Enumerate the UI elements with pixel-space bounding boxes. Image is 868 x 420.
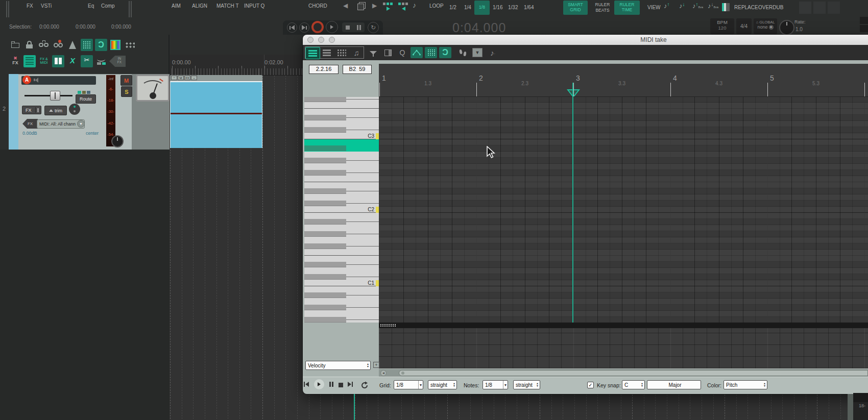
grid-row-F#0[interactable] — [379, 317, 868, 323]
piano-key-F#1[interactable] — [304, 243, 379, 250]
grid-shape-select[interactable]: straight▴▾ — [428, 380, 457, 389]
piano-key-E1[interactable] — [304, 256, 379, 262]
track-name-field[interactable] — [21, 76, 96, 85]
time-signature[interactable]: 4/4 — [736, 18, 752, 34]
color-mode-select[interactable]: Pitch▴▾ — [724, 380, 767, 389]
grid-row-B2[interactable] — [379, 139, 868, 145]
piano-key-D2[interactable] — [304, 194, 379, 201]
lane-divider[interactable] — [379, 323, 868, 328]
volume-readout[interactable]: 0.00dB — [22, 131, 37, 136]
grid-row-B1[interactable] — [379, 213, 868, 219]
grid-row-F3[interactable] — [379, 103, 868, 109]
grid-row-D1[interactable] — [379, 268, 868, 274]
folder-icon[interactable] — [9, 39, 21, 51]
event-list-view-icon[interactable] — [334, 47, 349, 58]
divider-grip[interactable] — [380, 324, 396, 325]
grid-row-A1[interactable] — [379, 225, 868, 231]
piano-key-C#1[interactable] — [304, 274, 379, 280]
grid-row-D#1[interactable] — [379, 262, 868, 268]
grid-row-F2[interactable] — [379, 176, 868, 182]
record-button[interactable] — [311, 21, 324, 33]
piano-key-A#0[interactable] — [304, 292, 379, 299]
grid-row-D3[interactable] — [379, 121, 868, 127]
go-start-button[interactable] — [304, 382, 309, 387]
grid-row-C#2[interactable] — [379, 201, 868, 207]
corner-scrollbar[interactable] — [848, 394, 853, 420]
mute-button[interactable]: M — [120, 75, 132, 86]
grid-row-G2[interactable] — [379, 164, 868, 170]
copy-pages-icon[interactable] — [357, 2, 366, 9]
media-item-header[interactable]: °MFX~ — [170, 75, 262, 81]
key-scale-button[interactable]: Major — [647, 380, 701, 389]
division-1-32[interactable]: 1/32 — [508, 5, 518, 10]
input-fx-icon[interactable]: IN FX — [109, 55, 126, 67]
stop-button[interactable] — [346, 26, 350, 30]
track-color-strip[interactable] — [9, 74, 18, 150]
window-minimize-icon[interactable] — [318, 37, 324, 43]
octave-down-icon[interactable]: ♪↓8va — [708, 2, 721, 14]
add-cc-lane-button[interactable]: + — [373, 362, 379, 368]
note-edit-icon[interactable]: ♪ — [413, 1, 416, 9]
cc-lane[interactable] — [379, 328, 868, 368]
piano-key-G1[interactable] — [304, 237, 379, 243]
piano-key-G0[interactable] — [304, 311, 379, 317]
routing-icon[interactable] — [95, 55, 107, 67]
repeat-button[interactable] — [360, 381, 369, 389]
piano-key-C#3[interactable] — [304, 127, 379, 133]
piano-key-A#2[interactable] — [304, 145, 379, 152]
dock-icon[interactable] — [382, 47, 394, 58]
metronome-icon[interactable] — [66, 39, 79, 51]
track-number[interactable]: 2 — [3, 106, 6, 112]
piano-key-G2[interactable] — [304, 164, 379, 170]
scrollbar-thumb[interactable] — [399, 370, 868, 376]
footsteps-icon[interactable] — [456, 47, 469, 58]
grid-row-C#3[interactable] — [379, 127, 868, 133]
piano-roll-view-icon[interactable] — [722, 3, 730, 11]
scissors-icon[interactable]: ✂ — [81, 55, 93, 67]
nav-left-icon[interactable]: ◀ — [343, 2, 348, 9]
piano-key-D#3[interactable] — [304, 115, 379, 121]
mute-icon[interactable]: M — [178, 76, 184, 80]
piano-key-F2[interactable] — [304, 176, 379, 182]
toolbar-button-chord[interactable]: CHORD — [308, 3, 327, 9]
record-arm-button[interactable]: A — [22, 76, 31, 84]
position-readout[interactable]: 2.2.16 — [309, 65, 339, 74]
play-button[interactable] — [326, 21, 338, 33]
midi-ruler[interactable]: 123451.32.33.34.35.3 — [379, 64, 868, 97]
empty-track-area[interactable] — [0, 150, 170, 420]
piano-key-F#0[interactable] — [304, 317, 379, 323]
pause-button[interactable] — [329, 382, 333, 387]
note-grid[interactable] — [379, 97, 868, 323]
magnet-icon[interactable]: Ɔ — [95, 39, 107, 51]
piano-key-D#2[interactable] — [304, 188, 379, 194]
grid-row-C#1[interactable] — [379, 274, 868, 280]
grid-row-C2[interactable] — [379, 207, 868, 213]
fx-enable-icon[interactable]: ✖FX — [9, 55, 21, 67]
go-end-button[interactable] — [299, 22, 309, 33]
piano-key-G#2[interactable] — [304, 158, 379, 164]
piano-key-F#3[interactable] — [304, 97, 379, 103]
named-notes-view-icon[interactable] — [320, 47, 333, 58]
grid-row-A2[interactable] — [379, 152, 868, 158]
rate-knob[interactable] — [779, 20, 794, 35]
grid-row-E3[interactable] — [379, 109, 868, 115]
media-item-body[interactable] — [170, 81, 262, 148]
selection-end[interactable]: 0:00.000 — [76, 24, 95, 30]
division-1-8-active[interactable]: 1/8 — [474, 1, 490, 15]
grid-row-D2[interactable] — [379, 194, 868, 201]
bpm-value[interactable]: 120 — [710, 25, 734, 31]
grid-row-A#2[interactable] — [379, 145, 868, 152]
stop-button[interactable] — [339, 383, 343, 387]
grid-row-F#1[interactable] — [379, 243, 868, 250]
ruler-time-toggle[interactable]: RULER TIME — [614, 1, 640, 15]
grid-snap-icon[interactable] — [81, 39, 93, 51]
toolbar-tile[interactable] — [828, 2, 840, 14]
transpose-down-icon[interactable]: ♪↓ — [679, 2, 692, 14]
piano-key-B0[interactable] — [304, 286, 379, 292]
go-end-button[interactable] — [348, 382, 353, 387]
remove-beats-icon[interactable] — [398, 3, 409, 12]
filter-icon[interactable] — [367, 47, 379, 58]
input-dropdown-icon[interactable]: ▼ — [77, 120, 85, 128]
piano-key-A#1[interactable] — [304, 219, 379, 225]
volume-fader-handle[interactable] — [50, 91, 60, 101]
